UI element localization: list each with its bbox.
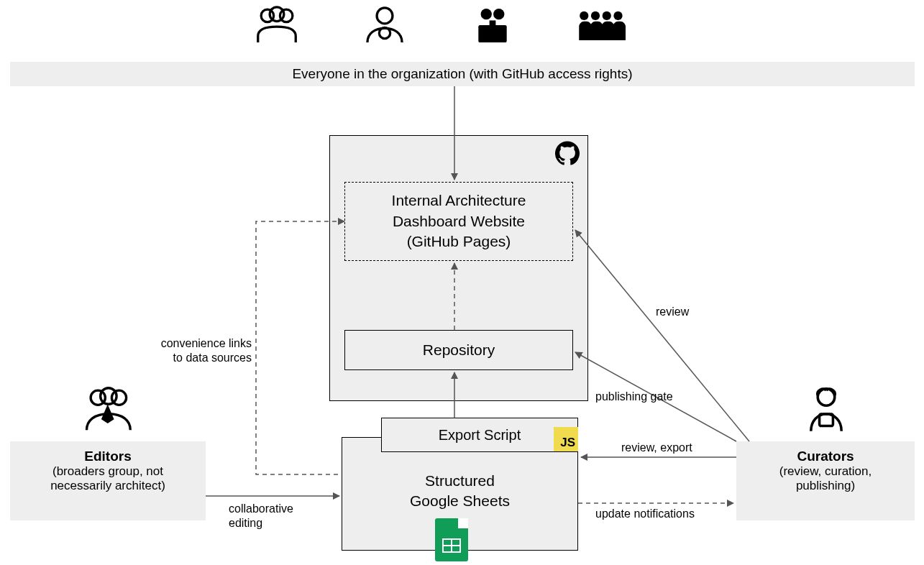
org-access-text: Everyone in the organization (with GitHu… xyxy=(292,66,632,81)
editors-sub1: (broaders group, not xyxy=(10,464,206,479)
svg-point-3 xyxy=(377,8,393,24)
people-group-icon xyxy=(252,6,302,45)
conv-links-label: convenience links to data sources xyxy=(158,336,252,365)
dashboard-website-box: Internal Architecture Dashboard Website … xyxy=(344,182,573,261)
collab-editing-label: collaborative editing xyxy=(229,502,293,530)
svg-point-11 xyxy=(603,12,611,20)
repository-label: Repository xyxy=(423,340,495,360)
svg-point-2 xyxy=(270,7,284,22)
svg-point-15 xyxy=(101,388,117,405)
org-access-bar: Everyone in the organization (with GitHu… xyxy=(10,62,915,86)
person-emblem-icon xyxy=(360,6,410,45)
editors-title: Editors xyxy=(10,449,206,464)
svg-line-25 xyxy=(575,230,749,441)
svg-point-5 xyxy=(481,9,492,19)
svg-point-9 xyxy=(580,12,588,20)
svg-point-12 xyxy=(613,12,622,20)
curators-text: Curators (review, curation, publishing) xyxy=(736,449,915,493)
sheets-label-line2: Google Sheets xyxy=(342,491,577,511)
sheets-label-line1: Structured xyxy=(342,471,577,491)
js-icon: JS xyxy=(554,427,578,451)
editors-icon xyxy=(83,385,135,433)
editors-sub2: necessarily architect) xyxy=(10,479,206,493)
editors-text: Editors (broaders group, not necessarily… xyxy=(10,449,206,493)
review-label: review xyxy=(656,306,689,318)
publishing-gate-label: publishing gate xyxy=(595,390,673,403)
svg-point-16 xyxy=(818,389,835,406)
diagram-canvas: Everyone in the organization (with GitHu… xyxy=(0,0,924,565)
people-icons-row xyxy=(252,6,626,45)
dashboard-label-line1: Internal Architecture xyxy=(392,190,526,211)
svg-point-6 xyxy=(493,9,504,19)
curators-sub2: publishing) xyxy=(736,479,915,493)
svg-point-10 xyxy=(591,12,600,20)
svg-rect-8 xyxy=(490,20,496,28)
repository-box: Repository xyxy=(344,330,573,370)
curators-sub1: (review, curation, xyxy=(736,464,915,479)
dashboard-label-line3: (GitHub Pages) xyxy=(392,231,526,252)
suits-group-icon xyxy=(575,6,626,45)
update-notifications-label: update notifications xyxy=(595,507,695,520)
export-script-label: Export Script xyxy=(439,426,521,445)
dashboard-label-line2: Dashboard Website xyxy=(392,211,526,231)
curators-title: Curators xyxy=(736,449,915,464)
google-sheets-icon xyxy=(435,518,468,561)
curators-icon xyxy=(802,385,850,433)
export-script-box: Export Script xyxy=(381,418,578,452)
team-box-icon xyxy=(467,6,518,45)
github-icon xyxy=(555,141,580,165)
review-export-label: review, export xyxy=(621,441,692,454)
